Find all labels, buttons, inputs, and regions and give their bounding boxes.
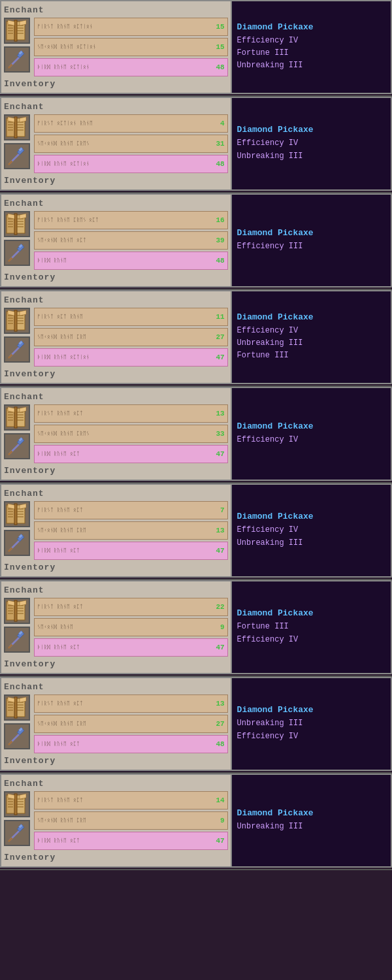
svg-line-67 [9, 355, 12, 357]
enchant-option-1[interactable]: ᚠᛁᚱᛊᛏ ᚱᚢᚾᛖ ᛟᛈᛏ 14 [34, 791, 228, 809]
option-text: ᚠᛁᚱᛊᛏ ᚱᚢᚾᛖ ᛟᛈᛏ [37, 797, 209, 804]
left-section: Enchant [1, 775, 232, 866]
enchant-item: Efficiency IV [237, 137, 385, 150]
svg-rect-104 [14, 600, 17, 621]
enchant-option-2[interactable]: ᛊᛖᚲᛟᚾᛞ ᚱᚢᚾᛖ ᛈᚱᛖ 27 [34, 328, 228, 346]
enchant-option-2[interactable]: ᛊᛖᚲᛟᚾᛞ ᚱᚢᚾᛖ 9 [34, 618, 228, 636]
enchant-option-1[interactable]: ᚠᛁᚱᛊᛏ ᚱᚢᚾᛖ ᛟᛈᛏᛁᛟᚾ 15 [34, 18, 228, 36]
enchant-option-3[interactable]: ᚦᛁᚱᛞ ᚱᚢᚾᛖ ᛟᛈᛏ 47 [34, 638, 228, 657]
right-section: Diamond Pickaxe Efficiency III [232, 195, 391, 286]
enchant-label: Enchant [4, 487, 228, 500]
option-number: 47 [212, 547, 225, 555]
enchant-option-1[interactable]: ᚠᛁᚱᛊᛏ ᚱᚢᚾᛖ ᛟᛈᛏ 22 [34, 598, 228, 616]
enchant-option-1[interactable]: ᚠᛁᚱᛊᛏ ᚱᚢᚾᛖ ᛟᛈᛏ 7 [34, 501, 228, 519]
option-text: ᚦᛁᚱᛞ ᚱᚢᚾᛖ ᛟᛈᛏ [37, 451, 209, 457]
book-icon-box [4, 404, 30, 431]
item-name: Diamond Pickaxe [237, 512, 385, 521]
item-name: Diamond Pickaxe [237, 421, 385, 431]
book-icon-box [4, 211, 30, 237]
option-number: 9 [212, 817, 225, 825]
pickaxe-icon-box [4, 46, 30, 73]
enchant-option-1[interactable]: ᚠᛁᚱᛊᛏ ᛟᛈᛏ ᚱᚢᚾᛖ 11 [34, 308, 228, 326]
items-area: ᚠᛁᚱᛊᛏ ᚱᚢᚾᛖ ᛟᛈᛏ 7 ᛊᛖᚲᛟᚾᛞ ᚱᚢᚾᛖ ᛈᚱᛖ 13 ᚦᛁᚱᛞ… [4, 500, 228, 561]
enchant-options: ᚠᛁᚱᛊᛏ ᚱᚢᚾᛖ ᛟᛈᛏ 22 ᛊᛖᚲᛟᚾᛞ ᚱᚢᚾᛖ 9 ᚦᛁᚱᛞ ᚱᚢᚾ… [34, 598, 228, 657]
option-text: ᚦᛁᚱᛞ ᚱᚢᚾᛖ ᛟᛈᛏ [37, 741, 209, 747]
enchant-options: ᚠᛁᚱᛊᛏ ᚱᚢᚾᛖ ᛈᚱᛖᛊ ᛟᛈᛏ 16 ᛊᛖᚲᛟᚾᛞ ᚱᚢᚾᛖ ᛟᛈᛏ 3… [34, 211, 228, 270]
enchant-item: Unbreaking III [237, 59, 385, 72]
inventory-label: Inventory [4, 561, 228, 574]
option-text: ᚦᛁᚱᛞ ᚱᚢᚾᛖ ᛟᛈᛏᛁᛟᚾ [37, 64, 209, 71]
option-number: 13 [212, 527, 225, 534]
pickaxe-icon-box [4, 627, 30, 653]
option-text: ᚦᛁᚱᛞ ᚱᚢᚾᛖ ᛟᛈᛏ [37, 644, 209, 651]
option-number: 11 [212, 313, 225, 321]
enchant-label: Enchant [4, 391, 228, 403]
svg-line-33 [9, 161, 12, 164]
pickaxe-icon-box [4, 820, 30, 846]
inventory-label: Inventory [4, 851, 228, 864]
option-text: ᚦᛁᚱᛞ ᚱᚢᚾᛖ ᛟᛈᛏ [37, 547, 209, 554]
option-text: ᚦᛁᚱᛞ ᚱᚢᚾᛖ ᛟᛈᛏᛁᛟᚾ [37, 354, 209, 361]
option-text: ᛊᛖᚲᛟᚾᛞ ᚱᚢᚾᛖ ᛈᚱᛖᛊ [37, 431, 209, 437]
enchant-option-3[interactable]: ᚦᛁᚱᛞ ᚱᚢᚾᛖ ᛟᛈᛏ 48 [34, 735, 228, 753]
items-area: ᚠᛁᚱᛊᛏ ᚱᚢᚾᛖ ᛟᛈᛏ 13 ᛊᛖᚲᛟᚾᛞ ᚱᚢᚾᛖ ᛈᚱᛖ 27 ᚦᛁᚱ… [4, 693, 228, 755]
enchant-label: Enchant [4, 777, 228, 790]
enchant-options: ᚠᛁᚱᛊᛏ ᚱᚢᚾᛖ ᛟᛈᛏ 14 ᛊᛖᚲᛟᚾᛞ ᚱᚢᚾᛖ ᛈᚱᛖ 9 ᚦᛁᚱᛞ… [34, 791, 228, 850]
enchant-option-2[interactable]: ᛊᛖᚲᛟᚾᛞ ᚱᚢᚾᛖ ᛟᛈᛏᛁᛟᚾ 15 [34, 38, 228, 56]
item-name: Diamond Pickaxe [237, 22, 385, 32]
enchant-option-3[interactable]: ᚦᛁᚱᛞ ᚱᚢᚾᛖ ᛟᛈᛏᛁᛟᚾ 47 [34, 348, 228, 367]
enchant-option-2[interactable]: ᛊᛖᚲᛟᚾᛞ ᚱᚢᚾᛖ ᛟᛈᛏ 39 [34, 231, 228, 250]
items-area: ᚠᛁᚱᛊᛏ ᚱᚢᚾᛖ ᛈᚱᛖᛊ ᛟᛈᛏ 16 ᛊᛖᚲᛟᚾᛞ ᚱᚢᚾᛖ ᛟᛈᛏ 3… [4, 210, 228, 271]
enchant-option-2[interactable]: ᛊᛖᚲᛟᚾᛞ ᚱᚢᚾᛖ ᛈᚱᛖᛊ 33 [34, 425, 228, 443]
enchant-option-3[interactable]: ᚦᛁᚱᛞ ᚱᚢᚾᛖ ᛟᛈᛏ 47 [34, 445, 228, 463]
book-icon-box [4, 791, 30, 817]
enchant-label: Enchant [4, 584, 228, 596]
enchant-panel-3: Enchant [0, 193, 392, 287]
enchant-option-3[interactable]: ᚦᛁᚱᛞ ᚱᚢᚾᛖ ᛟᛈᛏᛁᛟᚾ 48 [34, 58, 228, 76]
icons-column [4, 18, 31, 76]
enchant-panel-8: Enchant [0, 677, 392, 771]
right-section: Diamond Pickaxe Unbreaking III Efficienc… [232, 678, 391, 770]
right-section: Diamond Pickaxe Unbreaking III [232, 775, 391, 866]
option-number: 13 [212, 410, 225, 417]
enchant-option-1[interactable]: ᚠᛁᚱᛊᛏ ᚱᚢᚾᛖ ᛈᚱᛖᛊ ᛟᛈᛏ 16 [34, 211, 228, 229]
enchant-item: Unbreaking III [237, 337, 385, 350]
option-number: 4 [212, 120, 225, 127]
enchant-option-3[interactable]: ᚦᛁᚱᛞ ᚱᚢᚾᛖ 48 [34, 252, 228, 270]
items-area: ᚠᛁᚱᛊᛏ ᛟᛈᛏᛁᛟᚾ ᚱᚢᚾᛖ 4 ᛊᛖᚲᛟᚾᛞ ᚱᚢᚾᛖ ᛈᚱᛖᛊ 31 … [4, 113, 228, 174]
left-section: Enchant [1, 678, 232, 770]
inventory-label: Inventory [4, 368, 228, 380]
enchant-option-3[interactable]: ᚦᛁᚱᛞ ᚱᚢᚾᛖ ᛟᛈᛏ 47 [34, 832, 228, 850]
book-icon-box [4, 308, 30, 334]
enchant-option-1[interactable]: ᚠᛁᚱᛊᛏ ᚱᚢᚾᛖ ᛟᛈᛏ 13 [34, 404, 228, 423]
enchant-item: Unbreaking III [237, 821, 385, 833]
enchant-option-2[interactable]: ᛊᛖᚲᛟᚾᛞ ᚱᚢᚾᛖ ᛈᚱᛖᛊ 31 [34, 135, 228, 153]
enchant-panel-7: Enchant [0, 580, 392, 674]
enchant-option-2[interactable]: ᛊᛖᚲᛟᚾᛞ ᚱᚢᚾᛖ ᛈᚱᛖ 13 [34, 521, 228, 540]
enchant-option-1[interactable]: ᚠᛁᚱᛊᛏ ᚱᚢᚾᛖ ᛟᛈᛏ 13 [34, 694, 228, 713]
svg-rect-138 [14, 794, 17, 815]
option-text: ᚠᛁᚱᛊᛏ ᛟᛈᛏᛁᛟᚾ ᚱᚢᚾᛖ [37, 120, 209, 127]
option-number: 22 [212, 603, 225, 611]
option-number: 48 [212, 740, 225, 748]
pickaxe-icon-box [4, 240, 30, 266]
left-section: Enchant [1, 1, 232, 93]
option-text: ᛊᛖᚲᛟᚾᛞ ᚱᚢᚾᛖ ᛈᚱᛖ [37, 334, 209, 340]
option-text: ᚠᛁᚱᛊᛏ ᛟᛈᛏ ᚱᚢᚾᛖ [37, 314, 209, 320]
enchant-option-1[interactable]: ᚠᛁᚱᛊᛏ ᛟᛈᛏᛁᛟᚾ ᚱᚢᚾᛖ 4 [34, 114, 228, 133]
icons-column [4, 501, 31, 560]
enchant-option-2[interactable]: ᛊᛖᚲᛟᚾᛞ ᚱᚢᚾᛖ ᛈᚱᛖ 27 [34, 715, 228, 733]
option-text: ᚠᛁᚱᛊᛏ ᚱᚢᚾᛖ ᛟᛈᛏ [37, 410, 209, 417]
icons-column [4, 114, 31, 173]
enchant-option-2[interactable]: ᛊᛖᚲᛟᚾᛞ ᚱᚢᚾᛖ ᛈᚱᛖ 9 [34, 811, 228, 830]
enchant-option-3[interactable]: ᚦᛁᚱᛞ ᚱᚢᚾᛖ ᛟᛈᛏ 47 [34, 542, 228, 560]
icons-column [4, 211, 31, 270]
enchant-item: Unbreaking III [237, 537, 385, 549]
option-number: 39 [212, 237, 225, 244]
option-text: ᚦᛁᚱᛞ ᚱᚢᚾᛖ [37, 257, 209, 264]
right-section: Diamond Pickaxe Efficiency IV Unbreaking… [232, 485, 391, 576]
enchant-panel-2: Enchant [0, 97, 392, 191]
enchant-item: Fortune III [237, 350, 385, 362]
enchant-option-3[interactable]: ᚦᛁᚱᛞ ᚱᚢᚾᛖ ᛟᛈᛏᛁᛟᚾ 48 [34, 155, 228, 173]
option-text: ᛊᛖᚲᛟᚾᛞ ᚱᚢᚾᛖ ᛈᚱᛖ [37, 527, 209, 534]
